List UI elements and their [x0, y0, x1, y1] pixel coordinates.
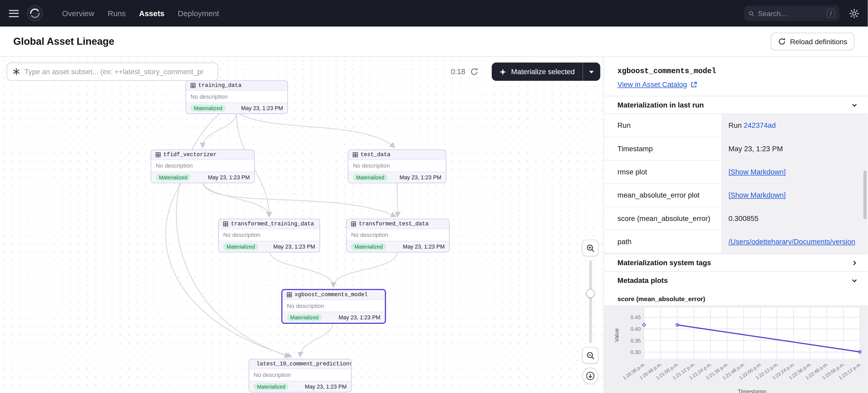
row-label: Run [604, 114, 722, 137]
section-materialization-system-tags[interactable]: Materialization system tags [604, 254, 868, 271]
table-row: path /Users/odetteharary/Documents/versi… [604, 230, 868, 253]
asset-node-description: No description [219, 229, 319, 241]
refresh-timer: 0:18 [451, 67, 465, 76]
nav-item-assets[interactable]: Assets [132, 9, 171, 18]
asset-node-title: test_data [361, 152, 391, 158]
asset-node-title: latest_10_comment_predictions [256, 361, 352, 367]
row-label: rmse plot [604, 160, 722, 184]
asset-node-timestamp: May 23, 1:23 PM [399, 174, 441, 181]
table-icon [353, 152, 358, 157]
status-badge: Materialized [156, 174, 191, 181]
asset-node-title: transformed_training_data [231, 221, 314, 227]
asset-node-description: No description [348, 160, 446, 172]
score-value: 0.300855 [721, 207, 868, 230]
asset-subset-filter[interactable] [7, 62, 218, 81]
table-row: rmse plot [Show Markdown] [604, 160, 868, 184]
table-row: score (mean_absolute_error) 0.300855 [604, 207, 868, 230]
asset-node-transformed-test-data[interactable]: transformed_test_data No description Mat… [346, 219, 450, 253]
app-root: Overview Runs Assets Deployment / [0, 0, 868, 393]
nav-item-deployment[interactable]: Deployment [171, 9, 226, 18]
zoom-controls [581, 240, 599, 384]
asset-node-description: No description [151, 160, 254, 172]
materialize-selected-button[interactable]: Materialize selected [492, 62, 583, 81]
asset-node-test-data[interactable]: test_data No description MaterializedMay… [348, 150, 446, 183]
main-content: 0:18 Materialize selected [0, 57, 868, 393]
svg-text:0.35: 0.35 [630, 338, 641, 343]
materialization-metadata-table: Run Run 242374ad Timestamp May 23, 1:23 … [604, 113, 868, 254]
status-badge: Materialized [191, 105, 225, 112]
zoom-slider[interactable] [589, 260, 592, 343]
asset-node-title: tfidf_vectorizer [163, 152, 216, 158]
svg-text:Timestamp: Timestamp [738, 388, 767, 393]
table-icon [191, 83, 195, 88]
asset-node-training-data[interactable]: training_data No description Materialize… [186, 80, 288, 114]
global-search[interactable]: / [744, 5, 840, 21]
svg-text:0.30: 0.30 [630, 349, 641, 355]
view-in-catalog-label: View in Asset Catalog [618, 80, 687, 89]
refresh-icon[interactable] [470, 67, 478, 78]
row-label: mean_absolute_error plot [604, 184, 722, 207]
top-nav: Overview Runs Assets Deployment / [0, 0, 868, 27]
svg-text:Value: Value [614, 328, 620, 342]
settings-icon[interactable] [849, 9, 859, 18]
table-icon [287, 292, 292, 297]
recenter-button[interactable] [582, 367, 598, 384]
page-header: Global Asset Lineage Reload definitions [0, 27, 868, 57]
row-label: path [604, 230, 722, 253]
panel-scrollbar-thumb[interactable] [863, 170, 867, 219]
asset-filter-icon [13, 68, 20, 75]
menu-icon[interactable] [9, 10, 19, 17]
asset-node-timestamp: May 23, 1:23 PM [241, 105, 283, 111]
materialize-options-dropdown[interactable] [582, 62, 600, 81]
show-markdown-link[interactable]: [Show Markdown] [728, 191, 786, 199]
table-row: Run Run 242374ad [604, 114, 868, 137]
zoom-slider-handle[interactable] [586, 289, 594, 298]
status-badge: Materialized [287, 314, 322, 321]
asset-node-tfidf-vectorizer[interactable]: tfidf_vectorizer No description Material… [151, 150, 255, 183]
section-metadata-plots[interactable]: Metadata plots [604, 271, 868, 289]
section-label: Materialization in last run [618, 101, 704, 109]
dagster-logo[interactable] [27, 5, 43, 22]
materialize-button-group: Materialize selected [492, 62, 600, 81]
asset-node-latest-comment-predictions[interactable]: latest_10_comment_predictions No descrip… [249, 359, 352, 392]
section-materialization-in-last-run[interactable]: Materialization in last run [604, 96, 868, 113]
view-in-catalog-link[interactable]: View in Asset Catalog [618, 80, 697, 89]
svg-text:0.45: 0.45 [630, 315, 641, 320]
search-shortcut-key: / [827, 9, 835, 18]
zoom-out-button[interactable] [582, 347, 598, 364]
reload-definitions-button[interactable]: Reload definitions [771, 33, 855, 50]
metric-line-chart: 1:20:36 p.m.1:20:48 p.m.1:21:00 p.m.1:21… [604, 305, 868, 393]
asset-node-xgboost-comments-model[interactable]: xgboost_comments_model No description Ma… [281, 289, 386, 324]
asset-node-transformed-training-data[interactable]: transformed_training_data No description… [218, 219, 320, 253]
section-label: Materialization system tags [618, 258, 711, 267]
search-input[interactable] [758, 9, 823, 18]
zoom-in-icon [586, 244, 594, 252]
zoom-in-button[interactable] [582, 240, 598, 256]
table-icon [156, 152, 161, 157]
nav-item-overview[interactable]: Overview [56, 9, 101, 18]
zoom-out-icon [586, 351, 594, 360]
asset-node-timestamp: May 23, 1:23 PM [305, 384, 347, 390]
show-markdown-link[interactable]: [Show Markdown] [728, 168, 786, 176]
reload-definitions-label: Reload definitions [790, 37, 847, 46]
timestamp-value: May 23, 1:23 PM [721, 137, 868, 160]
primary-nav: Overview Runs Assets Deployment [56, 9, 226, 18]
asset-node-title: training_data [198, 83, 241, 89]
nav-item-runs[interactable]: Runs [101, 9, 132, 18]
metric-plot-title: score (mean_absolute_error) [604, 289, 868, 305]
status-badge: Materialized [351, 243, 386, 250]
asset-node-title: transformed_test_data [359, 221, 429, 227]
asset-node-title: xgboost_comments_model [295, 292, 368, 298]
reload-icon [778, 38, 786, 45]
run-prefix: Run [728, 121, 744, 130]
row-label: score (mean_absolute_error) [604, 207, 722, 230]
asset-node-timestamp: May 23, 1:23 PM [403, 243, 445, 250]
asset-subset-input[interactable] [25, 67, 212, 76]
run-id-link[interactable]: 242374ad [744, 121, 776, 130]
asset-lineage-graph[interactable]: 0:18 Materialize selected [0, 57, 604, 393]
path-link[interactable]: /Users/odetteharary/Documents/version [728, 237, 855, 246]
external-link-icon [690, 81, 697, 88]
asset-title: xgboost_comments_model [618, 67, 855, 75]
section-label: Metadata plots [618, 276, 668, 285]
row-label: Timestamp [604, 137, 722, 160]
